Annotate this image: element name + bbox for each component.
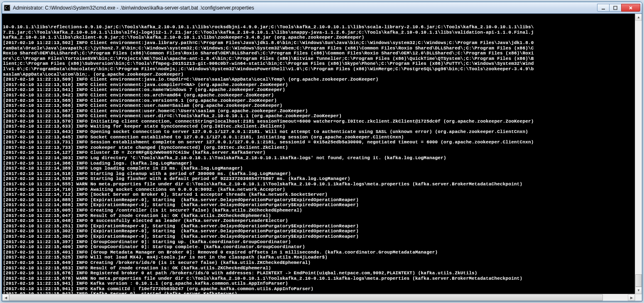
- horizontal-scrollbar[interactable]: ◀ ▶: [2, 294, 642, 301]
- titlebar[interactable]: C:\ Administrator: C:\Windows\System32\c…: [2, 2, 642, 14]
- console-output[interactable]: 10-0.10.1.1\libs\reflections-0.9.10.jar;…: [2, 14, 635, 294]
- scrollbar-corner: [635, 294, 642, 301]
- cmd-window: C:\ Administrator: C:\Windows\System32\c…: [2, 2, 642, 301]
- window-controls: [597, 4, 640, 12]
- scroll-up-arrow[interactable]: ▲: [635, 14, 642, 21]
- svg-text:C:\: C:\: [5, 6, 10, 10]
- cmd-icon: C:\: [4, 5, 10, 11]
- minimize-button[interactable]: [597, 4, 610, 12]
- horizontal-scroll-track[interactable]: [9, 294, 628, 301]
- scroll-left-arrow[interactable]: ◀: [2, 294, 9, 301]
- svg-rect-3: [614, 6, 617, 10]
- vertical-scrollbar[interactable]: ▲ ▼: [635, 14, 642, 294]
- window-title: Administrator: C:\Windows\System32\cmd.e…: [13, 5, 597, 11]
- vertical-scroll-track[interactable]: [635, 21, 642, 287]
- content-area: 10-0.10.1.1\libs\reflections-0.9.10.jar;…: [2, 14, 642, 301]
- horizontal-scroll-thumb[interactable]: [9, 294, 603, 301]
- svg-rect-2: [602, 9, 605, 10]
- scroll-down-arrow[interactable]: ▼: [635, 287, 642, 294]
- vertical-scroll-thumb[interactable]: [635, 274, 642, 287]
- maximize-button[interactable]: [609, 4, 622, 12]
- scroll-right-arrow[interactable]: ▶: [628, 294, 635, 301]
- close-button[interactable]: [621, 4, 640, 12]
